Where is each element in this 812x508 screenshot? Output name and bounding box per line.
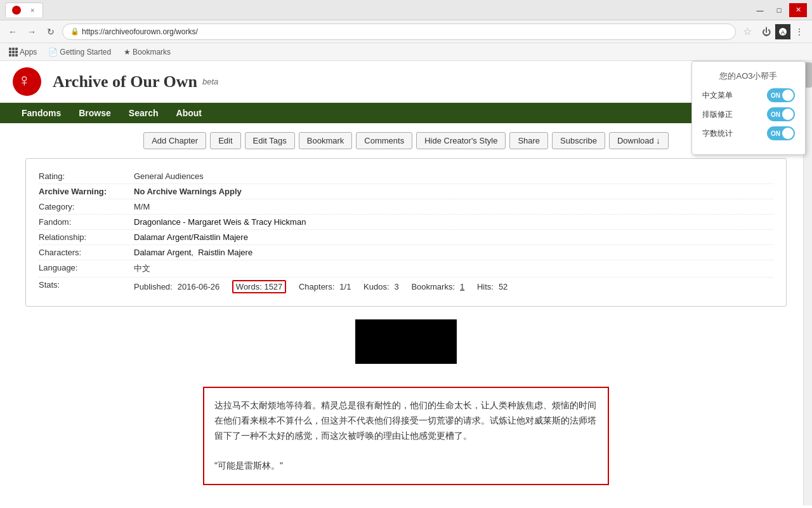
toggle1-knob <box>782 90 794 101</box>
close-button[interactable]: ✕ <box>789 3 807 17</box>
active-extension-button[interactable]: A <box>775 24 790 39</box>
site-nav: Fandoms Browse Search About <box>0 103 812 123</box>
power-button[interactable]: ⏻ <box>759 24 774 39</box>
getting-started-label: Getting Started <box>60 48 111 57</box>
work-content <box>0 307 812 387</box>
warning-label: Archive Warning: <box>39 187 134 196</box>
work-text-box: 达拉马不太耐烦地等待着。精灵总是很有耐性的，他们的生命太长，让人类种族焦虑、烦恼… <box>203 387 609 485</box>
stats-label: Stats: <box>39 280 134 290</box>
category-value: M/M <box>134 202 150 211</box>
browser-tab[interactable]: × <box>5 3 43 17</box>
nav-search[interactable]: Search <box>120 103 167 123</box>
kudos-label: Kudos: <box>363 282 389 291</box>
add-chapter-button[interactable]: Add Chapter <box>143 132 206 149</box>
work-info-box: Rating: General Audiences Archive Warnin… <box>25 158 787 307</box>
star-icon: ★ <box>124 48 131 57</box>
window-controls: — □ ✕ <box>751 3 807 17</box>
kudos-value: 3 <box>395 282 399 291</box>
warning-value: No Archive Warnings Apply <box>134 187 242 196</box>
category-label: Category: <box>39 202 134 211</box>
rating-row: Rating: General Audiences <box>39 169 773 184</box>
toggle3-switch[interactable]: ON <box>767 126 795 140</box>
hits-label: Hits: <box>477 282 494 291</box>
toggle2-switch[interactable]: ON <box>767 107 795 121</box>
minimize-button[interactable]: — <box>751 3 769 17</box>
apps-button[interactable]: Apps <box>5 46 41 58</box>
character1-link[interactable]: Dalamar Argent <box>134 248 191 257</box>
relationship-label: Relationship: <box>39 232 134 242</box>
bookmarks-label: Bookmarks: <box>411 282 455 291</box>
work-image <box>355 319 457 364</box>
beta-label: beta <box>202 77 218 86</box>
bookmarks-value[interactable]: 1 <box>460 282 464 291</box>
hide-style-button[interactable]: Hide Creator's Style <box>416 132 506 149</box>
ao3-logo[interactable]: ♀ Archive of Our Own beta <box>13 67 218 96</box>
fandom-value[interactable]: Dragonlance - Margaret Weis & Tracy Hick… <box>134 217 306 227</box>
edit-tags-button[interactable]: Edit Tags <box>245 132 295 149</box>
fandom-link[interactable]: Dragonlance - Margaret Weis & Tracy Hick… <box>134 217 306 227</box>
download-button[interactable]: Download ↓ <box>609 132 669 149</box>
tab-close-button[interactable]: × <box>29 6 36 15</box>
share-button[interactable]: Share <box>509 132 548 149</box>
comments-button[interactable]: Comments <box>356 132 412 149</box>
characters-row: Characters: Dalamar Argent, Raistlin Maj… <box>39 245 773 260</box>
bookmark-star-button[interactable]: ☆ <box>740 24 755 39</box>
toggle-row-2: 排版修正 ON <box>702 107 795 121</box>
work-paragraph-2: "可能是雷斯林。" <box>214 458 598 474</box>
toggle2-on-text: ON <box>771 111 780 118</box>
svg-text:A: A <box>781 29 785 36</box>
toggle2-label: 排版修正 <box>702 109 733 120</box>
toggle1-on-text: ON <box>771 92 780 99</box>
chapters-value: 1/1 <box>339 282 351 291</box>
site-title: Archive of Our Own <box>53 72 197 91</box>
forward-button[interactable]: → <box>24 24 39 39</box>
language-label: Language: <box>39 263 134 272</box>
work-paragraph-1: 达拉马不太耐烦地等待着。精灵总是很有耐性的，他们的生命太长，让人类种族焦虑、烦恼… <box>214 398 598 443</box>
category-row: Category: M/M <box>39 199 773 215</box>
bookmark-button[interactable]: Bookmark <box>299 132 353 149</box>
language-value: 中文 <box>134 263 150 274</box>
apps-grid-icon <box>9 48 18 57</box>
bookmarks-bookmark[interactable]: ★ Bookmarks <box>119 46 176 58</box>
characters-label: Characters: <box>39 248 134 257</box>
maximize-button[interactable]: □ <box>770 3 788 17</box>
work-toolbar: Add Chapter Edit Edit Tags Bookmark Comm… <box>0 123 812 158</box>
edit-button[interactable]: Edit <box>210 132 240 149</box>
back-button[interactable]: ← <box>5 24 20 39</box>
toggle3-knob <box>782 128 794 139</box>
bookmarks-label: Bookmarks <box>133 48 171 57</box>
extension-buttons: ⏻ A ⋮ <box>759 24 807 39</box>
toggle-row-1: 中文菜单 ON <box>702 88 795 102</box>
nav-browse[interactable]: Browse <box>70 103 120 123</box>
fandom-row: Fandom: Dragonlance - Margaret Weis & Tr… <box>39 215 773 230</box>
nav-fandoms[interactable]: Fandoms <box>13 103 70 123</box>
warning-row: Archive Warning: No Archive Warnings App… <box>39 184 773 199</box>
rating-label: Rating: <box>39 171 134 181</box>
logo-person-icon: ♀ <box>18 70 31 91</box>
site-header: ♀ Archive of Our Own beta <box>0 61 812 103</box>
address-input[interactable]: 🔒 https://archiveofourown.org/works/ <box>62 23 736 40</box>
fandom-label: Fandom: <box>39 217 134 227</box>
tab-favicon <box>12 6 21 15</box>
published-value: 2016-06-26 <box>178 282 220 291</box>
refresh-button[interactable]: ↻ <box>43 24 58 39</box>
relationship-value[interactable]: Dalamar Argent/Raistlin Majere <box>134 232 248 242</box>
relationship-link[interactable]: Dalamar Argent/Raistlin Majere <box>134 232 248 242</box>
words-stat: Words: 1527 <box>232 280 286 293</box>
rating-value: General Audiences <box>134 171 204 181</box>
characters-value: Dalamar Argent, Raistlin Majere <box>134 248 252 257</box>
toggle1-label: 中文菜单 <box>702 90 733 101</box>
bookmarks-bar: Apps 📄 Getting Started ★ Bookmarks <box>0 43 812 61</box>
character2-link[interactable]: Raistlin Majere <box>198 248 252 257</box>
address-text: https://archiveofourown.org/works/ <box>82 27 198 36</box>
nav-about[interactable]: About <box>167 103 211 123</box>
toggle1-switch[interactable]: ON <box>767 88 795 102</box>
getting-started-bookmark[interactable]: 📄 Getting Started <box>43 46 116 58</box>
toggle3-label: 字数统计 <box>702 128 733 139</box>
stats-value: Published: 2016-06-26 Words: 1527 Chapte… <box>134 280 508 293</box>
subscribe-button[interactable]: Subscribe <box>552 132 605 149</box>
ao3-logo-image: ♀ <box>13 67 48 96</box>
published-label: Published: <box>134 282 173 291</box>
toggle-row-3: 字数统计 ON <box>702 126 795 140</box>
menu-button[interactable]: ⋮ <box>792 24 807 39</box>
